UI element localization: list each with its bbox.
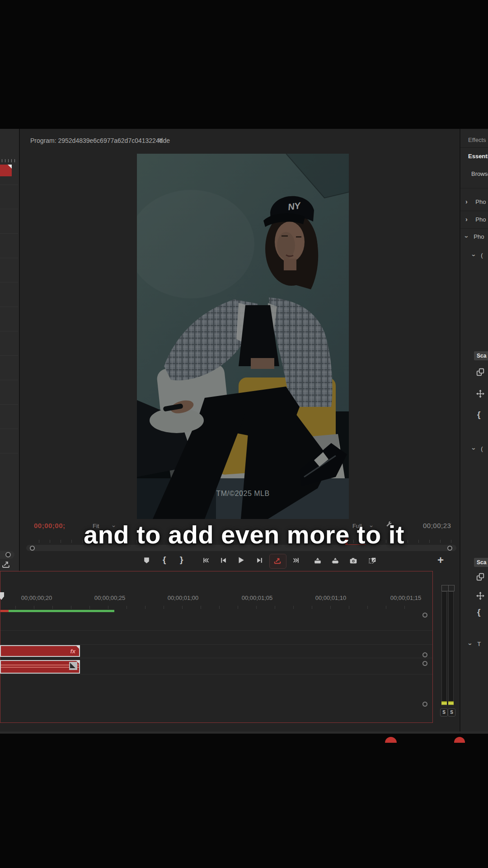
ruler-timecode: 00;00;00;25 — [94, 594, 126, 601]
audio-clip[interactable] — [0, 660, 80, 674]
track-divider — [0, 674, 432, 675]
premiere-pro-window: Program: 2952d4839e6c6977a62d7c0413224dd… — [0, 0, 488, 868]
item-label: Pho — [474, 233, 484, 240]
audio-level-right — [448, 701, 454, 705]
left-panel-knob[interactable] — [5, 552, 11, 557]
bottom-edge-line — [0, 731, 488, 733]
effects-group-row[interactable]: › ( — [473, 251, 483, 259]
transform-layers-icon[interactable] — [476, 368, 485, 377]
effects-list-item[interactable]: › Pho — [465, 216, 486, 223]
divider — [460, 147, 488, 148]
divider — [460, 228, 488, 229]
tab-effects[interactable]: Effects — [468, 137, 486, 143]
keyframe-brace-icon[interactable]: { — [477, 410, 480, 419]
button-editor-plus-icon[interactable]: + — [437, 554, 444, 566]
transform-layers-icon[interactable] — [476, 573, 485, 582]
item-label: ( — [481, 445, 483, 452]
ruler-timecode: 00;00;01;05 — [242, 594, 273, 601]
item-label: T — [477, 641, 481, 647]
divider — [460, 188, 488, 189]
quick-export-icon[interactable] — [1, 560, 10, 569]
timeline-ruler[interactable] — [15, 606, 422, 609]
audio-meter-right — [448, 591, 454, 706]
effects-list-item[interactable]: › Pho — [465, 198, 486, 205]
position-move-icon[interactable] — [476, 390, 485, 399]
item-label: Pho — [475, 198, 486, 205]
export-frame-camera-icon[interactable] — [349, 557, 358, 566]
audio-waveform-line — [1, 667, 79, 668]
lift-icon[interactable] — [313, 557, 322, 566]
chevron-down-icon: › — [470, 448, 478, 450]
effects-list-item[interactable]: › Pho — [465, 233, 484, 240]
ruler-timecode: 00;00;01;00 — [168, 594, 199, 601]
ruler-timecode: 00;00;01;15 — [390, 594, 422, 601]
track-handle-dot[interactable] — [422, 613, 427, 618]
mark-out-icon[interactable]: } — [180, 556, 183, 564]
panel-divider — [460, 129, 460, 734]
extract-icon[interactable] — [331, 557, 340, 566]
audio-waveform-line — [1, 665, 79, 665]
audio-level-left — [441, 701, 447, 705]
go-to-in-icon[interactable] — [201, 557, 210, 566]
comparison-view-icon[interactable] — [368, 557, 377, 566]
track-divider — [0, 658, 432, 658]
divider — [460, 211, 488, 211]
panel-menu-icon[interactable]: ≡ — [158, 136, 162, 145]
scale-value-chip[interactable]: Sca — [474, 351, 488, 360]
video-clip[interactable]: fx — [0, 645, 80, 657]
video-frame: NY — [137, 154, 349, 519]
render-bar-red — [0, 610, 9, 612]
track-divider — [0, 630, 432, 631]
left-panel-red-clip[interactable] — [0, 165, 12, 176]
chevron-down-icon: › — [463, 236, 470, 238]
chevron-right-icon: › — [465, 216, 468, 223]
track-handle-dot[interactable] — [422, 652, 427, 657]
audio-meter-left — [441, 591, 447, 706]
scale-value-chip[interactable]: Sca — [474, 558, 488, 567]
item-label: Pho — [475, 216, 486, 223]
burned-in-caption: and to add even more to it — [0, 520, 488, 549]
track-handle-dot[interactable] — [422, 661, 427, 666]
solo-button-right[interactable]: S — [448, 708, 455, 717]
track-divider — [0, 644, 432, 645]
effects-group-row[interactable]: › ( — [473, 445, 483, 452]
mark-in-icon[interactable]: { — [163, 556, 166, 564]
step-forward-icon[interactable] — [255, 557, 264, 566]
clip-fx-badge: fx — [70, 648, 75, 655]
play-icon[interactable] — [236, 556, 245, 565]
ruler-timecode: 00;00;01;10 — [315, 594, 347, 601]
track-handle-dot[interactable] — [422, 702, 427, 707]
left-panel-row-dividers — [0, 184, 18, 456]
go-to-out-icon[interactable] — [291, 557, 300, 566]
left-panel-mini-ruler — [2, 159, 15, 162]
chevron-down-icon: › — [470, 254, 478, 256]
ruler-timecode: 00;00;00;20 — [21, 594, 52, 601]
export-icon[interactable] — [273, 557, 282, 566]
keyframe-brace-icon[interactable]: { — [477, 608, 480, 616]
clip-badge — [69, 662, 77, 670]
video-watermark: TM/©2025 MLB — [137, 490, 349, 498]
panel-title-essential: Essentia — [468, 153, 488, 160]
chevron-right-icon: › — [465, 198, 468, 205]
program-monitor-title: Program: 2952d4839e6c6977a62d7c0413224dd… — [30, 137, 170, 144]
add-marker-icon[interactable] — [142, 557, 151, 566]
position-move-icon[interactable] — [476, 592, 485, 601]
render-bar-green — [9, 610, 114, 612]
effects-group-row[interactable]: › T — [469, 640, 481, 647]
bottom-letterbox — [0, 734, 488, 868]
step-back-icon[interactable] — [219, 557, 228, 566]
item-label: ( — [481, 252, 483, 259]
audio-meter-header — [441, 585, 455, 591]
badge-triangle — [70, 663, 75, 668]
tab-browse[interactable]: Browse — [471, 170, 488, 177]
solo-button-left[interactable]: S — [440, 708, 448, 717]
chevron-down-icon: › — [467, 643, 474, 645]
